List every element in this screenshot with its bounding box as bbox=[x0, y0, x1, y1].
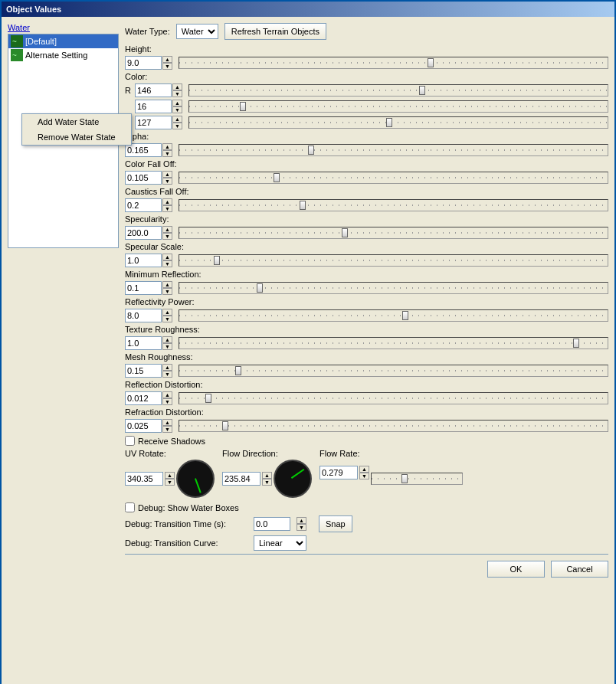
debug-transition-time-spin-down[interactable]: ▼ bbox=[297, 524, 306, 531]
texture-roughness-spin-down[interactable]: ▼ bbox=[162, 343, 172, 350]
reflectivity-power-slider-thumb[interactable] bbox=[402, 311, 408, 320]
height-spin-down[interactable]: ▼ bbox=[162, 63, 172, 70]
alpha-slider-track[interactable] bbox=[179, 144, 608, 156]
refraction-distortion-input[interactable] bbox=[125, 419, 162, 433]
uv-rotate-input[interactable] bbox=[125, 472, 163, 486]
color-r-slider-thumb[interactable] bbox=[419, 86, 425, 95]
reflection-distortion-slider-track[interactable] bbox=[179, 392, 608, 404]
reflection-distortion-spin-down[interactable]: ▼ bbox=[162, 398, 172, 405]
ok-button[interactable]: OK bbox=[487, 561, 545, 578]
color-fall-off-slider-track[interactable] bbox=[179, 172, 608, 184]
color-b-slider-track[interactable] bbox=[188, 116, 608, 129]
min-reflection-slider-thumb[interactable] bbox=[257, 283, 263, 293]
color-fall-off-input[interactable] bbox=[125, 171, 162, 185]
flow-rate-spin-down[interactable]: ▼ bbox=[359, 473, 369, 479]
flow-direction-input[interactable] bbox=[222, 472, 260, 486]
height-slider-track[interactable] bbox=[179, 57, 608, 69]
caustics-fall-off-spin-down[interactable]: ▼ bbox=[162, 205, 172, 212]
specularity-spin-up[interactable]: ▲ bbox=[162, 226, 172, 233]
reflection-distortion-slider-thumb[interactable] bbox=[205, 394, 211, 403]
color-g-spin-down[interactable]: ▼ bbox=[172, 106, 182, 113]
specularity-slider-thumb[interactable] bbox=[342, 228, 348, 237]
specularity-input[interactable] bbox=[125, 226, 162, 240]
texture-roughness-input[interactable] bbox=[125, 336, 162, 350]
color-g-spin-up[interactable]: ▲ bbox=[172, 100, 182, 106]
debug-transition-time-spin-up[interactable]: ▲ bbox=[297, 517, 306, 524]
debug-show-boxes-checkbox[interactable] bbox=[125, 502, 135, 512]
uv-rotate-spin-down[interactable]: ▼ bbox=[165, 479, 175, 486]
caustics-fall-off-input[interactable] bbox=[125, 198, 162, 212]
color-r-spin-down[interactable]: ▼ bbox=[172, 90, 182, 97]
reflectivity-power-spin-down[interactable]: ▼ bbox=[162, 316, 172, 322]
mesh-roughness-spin-down[interactable]: ▼ bbox=[162, 371, 172, 378]
color-r-spin-up[interactable]: ▲ bbox=[172, 83, 182, 90]
reflection-distortion-input[interactable] bbox=[125, 391, 162, 405]
add-water-state-menu-item[interactable]: Add Water State bbox=[22, 114, 131, 129]
color-b-slider-thumb[interactable] bbox=[386, 118, 392, 127]
flow-direction-spin-down[interactable]: ▼ bbox=[262, 479, 272, 486]
texture-roughness-slider-thumb[interactable] bbox=[573, 339, 579, 348]
color-r-slider-track[interactable] bbox=[188, 84, 608, 97]
debug-transition-time-input[interactable] bbox=[254, 517, 290, 531]
specularity-spin-down[interactable]: ▼ bbox=[162, 233, 172, 240]
refraction-distortion-spin-up[interactable]: ▲ bbox=[162, 419, 172, 426]
snap-button[interactable]: Snap bbox=[319, 515, 352, 532]
mesh-roughness-slider-thumb[interactable] bbox=[235, 366, 241, 375]
min-reflection-input[interactable] bbox=[125, 281, 162, 295]
receive-shadows-checkbox[interactable] bbox=[125, 436, 135, 446]
color-b-input[interactable] bbox=[135, 116, 172, 129]
alpha-slider-thumb[interactable] bbox=[308, 146, 314, 155]
flow-rate-slider-thumb[interactable] bbox=[401, 474, 408, 483]
reflection-distortion-spin-up[interactable]: ▲ bbox=[162, 391, 172, 398]
reflectivity-power-input[interactable] bbox=[125, 309, 162, 322]
refraction-distortion-spin-down[interactable]: ▼ bbox=[162, 426, 172, 433]
cancel-button[interactable]: Cancel bbox=[551, 561, 608, 578]
refraction-distortion-slider-thumb[interactable] bbox=[222, 421, 228, 430]
specularity-slider-track[interactable] bbox=[179, 227, 608, 239]
specular-scale-spin-up[interactable]: ▲ bbox=[162, 254, 172, 260]
uv-rotate-dial[interactable] bbox=[176, 460, 215, 498]
min-reflection-spin-down[interactable]: ▼ bbox=[162, 288, 172, 295]
specular-scale-slider-track[interactable] bbox=[179, 254, 608, 267]
color-fall-off-spin-up[interactable]: ▲ bbox=[162, 171, 172, 178]
alpha-spin-down[interactable]: ▼ bbox=[162, 150, 172, 157]
specular-scale-spin-down[interactable]: ▼ bbox=[162, 260, 172, 267]
flow-rate-spin-up[interactable]: ▲ bbox=[359, 466, 369, 473]
reflectivity-power-spin-up[interactable]: ▲ bbox=[162, 309, 172, 316]
color-g-slider-thumb[interactable] bbox=[240, 102, 246, 111]
mesh-roughness-slider-track[interactable] bbox=[179, 365, 608, 377]
color-g-input[interactable] bbox=[135, 100, 172, 113]
list-item[interactable]: ~ [Default] bbox=[8, 34, 118, 48]
refraction-distortion-slider-track[interactable] bbox=[179, 420, 608, 432]
flow-direction-spin-up[interactable]: ▲ bbox=[262, 472, 272, 479]
color-fall-off-spin-down[interactable]: ▼ bbox=[162, 178, 172, 185]
min-reflection-spin-up[interactable]: ▲ bbox=[162, 281, 172, 288]
texture-roughness-slider-track[interactable] bbox=[179, 337, 608, 349]
remove-water-state-menu-item[interactable]: Remove Water State bbox=[22, 129, 131, 145]
min-reflection-slider-track[interactable] bbox=[179, 282, 608, 294]
color-r-input[interactable] bbox=[135, 83, 172, 97]
flow-direction-dial[interactable] bbox=[274, 460, 312, 498]
caustics-fall-off-spin-up[interactable]: ▲ bbox=[162, 198, 172, 205]
mesh-roughness-input[interactable] bbox=[125, 364, 162, 378]
specular-scale-slider-thumb[interactable] bbox=[214, 256, 220, 265]
color-fall-off-slider-thumb[interactable] bbox=[274, 173, 280, 182]
texture-roughness-spin-up[interactable]: ▲ bbox=[162, 336, 172, 343]
color-b-spin-up[interactable]: ▲ bbox=[172, 116, 182, 123]
debug-transition-curve-select[interactable]: Linear EaseIn EaseOut bbox=[254, 535, 306, 551]
mesh-roughness-spin-up[interactable]: ▲ bbox=[162, 364, 172, 371]
color-b-spin-down[interactable]: ▼ bbox=[172, 123, 182, 129]
alpha-spin-up[interactable]: ▲ bbox=[162, 143, 172, 150]
height-slider-thumb[interactable] bbox=[428, 58, 434, 67]
refresh-terrain-button[interactable]: Refresh Terrain Objects bbox=[224, 23, 326, 40]
flow-rate-slider-track[interactable] bbox=[371, 473, 463, 485]
specular-scale-input[interactable] bbox=[125, 254, 162, 267]
height-input[interactable] bbox=[125, 56, 162, 70]
reflectivity-power-slider-track[interactable] bbox=[179, 309, 608, 322]
uv-rotate-spin-up[interactable]: ▲ bbox=[165, 472, 175, 479]
color-g-slider-track[interactable] bbox=[188, 100, 608, 113]
flow-rate-input[interactable] bbox=[319, 466, 358, 479]
caustics-fall-off-slider-track[interactable] bbox=[179, 199, 608, 211]
caustics-fall-off-slider-thumb[interactable] bbox=[300, 201, 306, 210]
water-type-select[interactable]: Water Lava Other bbox=[176, 24, 218, 39]
